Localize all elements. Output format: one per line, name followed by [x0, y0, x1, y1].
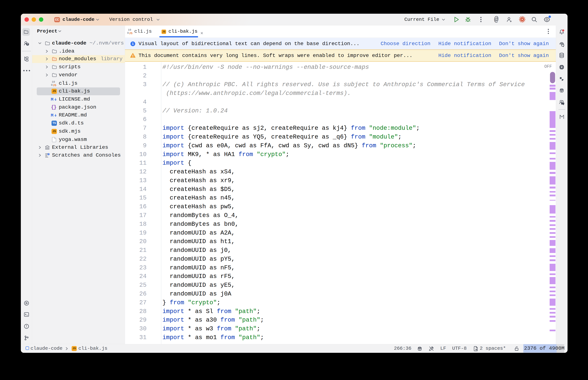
svg-text:JS: JS — [129, 32, 133, 35]
svg-text:10: 10 — [52, 80, 55, 84]
svg-text:O: O — [51, 84, 53, 87]
svg-text:10: 10 — [128, 28, 131, 32]
svg-text:JS: JS — [53, 84, 57, 87]
svg-text:M: M — [51, 97, 53, 102]
svg-text:O: O — [127, 32, 129, 35]
svg-text:M: M — [51, 113, 53, 118]
